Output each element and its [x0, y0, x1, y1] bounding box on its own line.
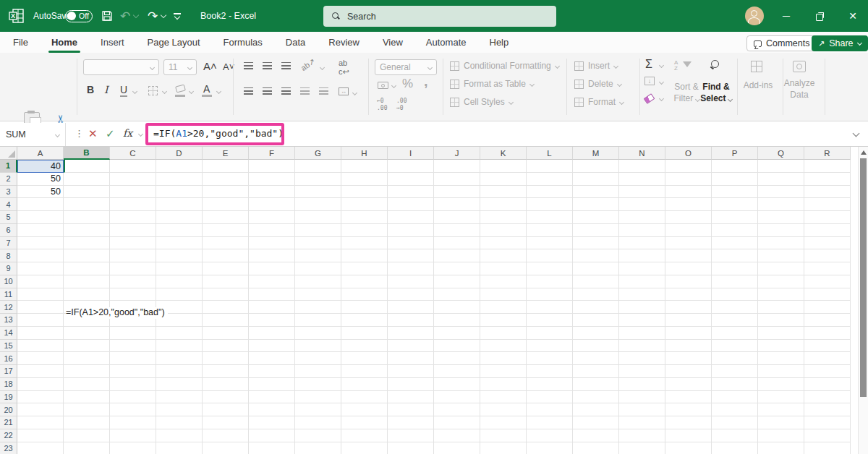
cell-A18[interactable]: [17, 378, 64, 391]
cell-F4[interactable]: [249, 198, 295, 211]
cell-P1[interactable]: [712, 160, 758, 173]
cell-H22[interactable]: [341, 429, 388, 442]
cell-P6[interactable]: [712, 224, 758, 237]
cell-R14[interactable]: [804, 327, 851, 340]
cell-F19[interactable]: [249, 391, 295, 404]
cell-J6[interactable]: [434, 224, 480, 237]
cell-M20[interactable]: [573, 403, 619, 416]
cell-R2[interactable]: [804, 173, 851, 186]
cell-J23[interactable]: [434, 442, 480, 454]
conditional-formatting-button[interactable]: Conditional Formatting: [450, 61, 559, 71]
cell-M4[interactable]: [573, 198, 619, 211]
cell-O3[interactable]: [665, 186, 712, 199]
cell-O11[interactable]: [665, 288, 712, 301]
cell-Q3[interactable]: [758, 186, 804, 199]
cell-C23[interactable]: [110, 442, 156, 454]
cell-Q7[interactable]: [758, 237, 804, 250]
cell-J19[interactable]: [434, 391, 480, 404]
cell-F3[interactable]: [249, 186, 295, 199]
cell-K22[interactable]: [480, 429, 527, 442]
cell-I12[interactable]: [388, 301, 434, 314]
column-header-M[interactable]: M: [573, 147, 619, 160]
cell-I9[interactable]: [388, 262, 434, 275]
formula-bar-handle[interactable]: ⋮: [75, 128, 84, 139]
cell-H14[interactable]: [341, 327, 388, 340]
cell-P19[interactable]: [712, 391, 758, 404]
cell-M18[interactable]: [573, 378, 619, 391]
undo-button[interactable]: ↶: [120, 0, 138, 32]
merge-center-chevron-icon[interactable]: [352, 90, 357, 95]
column-header-A[interactable]: A: [17, 147, 64, 160]
cell-B14[interactable]: [64, 327, 110, 340]
column-header-N[interactable]: N: [619, 147, 665, 160]
accounting-format-icon[interactable]: [378, 82, 388, 89]
cut-icon[interactable]: ✂: [54, 114, 67, 124]
tab-file[interactable]: File: [12, 34, 30, 51]
borders-chevron-icon[interactable]: [162, 89, 167, 94]
format-cells-button[interactable]: Format: [574, 97, 624, 107]
font-size-select[interactable]: 11: [163, 59, 197, 75]
cell-C9[interactable]: [110, 262, 156, 275]
cell-E9[interactable]: [203, 262, 249, 275]
cell-O22[interactable]: [665, 429, 712, 442]
cell-N12[interactable]: [619, 301, 665, 314]
row-header-2[interactable]: 2: [0, 173, 17, 186]
cell-K1[interactable]: [480, 160, 527, 173]
cell-N19[interactable]: [619, 391, 665, 404]
quick-access-toolbar-button[interactable]: [174, 0, 181, 32]
column-header-C[interactable]: C: [110, 147, 156, 160]
cell-F20[interactable]: [249, 403, 295, 416]
cell-O21[interactable]: [665, 416, 712, 429]
insert-function-chevron-icon[interactable]: [138, 132, 143, 137]
cell-F6[interactable]: [249, 224, 295, 237]
cell-I15[interactable]: [388, 340, 434, 353]
cell-A20[interactable]: [17, 403, 64, 416]
cell-P8[interactable]: [712, 249, 758, 262]
cell-B8[interactable]: [64, 249, 110, 262]
cell-F7[interactable]: [249, 237, 295, 250]
cell-J11[interactable]: [434, 288, 480, 301]
autosum-chevron-icon[interactable]: [659, 63, 664, 68]
cell-M16[interactable]: [573, 352, 619, 365]
cell-B17[interactable]: [64, 365, 110, 378]
fill-color-icon[interactable]: [175, 84, 186, 93]
cell-O5[interactable]: [665, 211, 712, 224]
cell-E5[interactable]: [203, 211, 249, 224]
cell-F23[interactable]: [249, 442, 295, 454]
cell-A10[interactable]: [17, 275, 64, 288]
cell-L1[interactable]: [527, 160, 573, 173]
cell-A1[interactable]: 40: [17, 160, 64, 173]
wrap-text-icon[interactable]: abc↩: [339, 59, 349, 76]
cell-G17[interactable]: [295, 365, 341, 378]
cell-H19[interactable]: [341, 391, 388, 404]
align-middle-icon[interactable]: [263, 62, 272, 69]
cell-A11[interactable]: [17, 288, 64, 301]
cell-R19[interactable]: [804, 391, 851, 404]
cell-H3[interactable]: [341, 186, 388, 199]
cell-Q9[interactable]: [758, 262, 804, 275]
cell-L19[interactable]: [527, 391, 573, 404]
cell-P17[interactable]: [712, 365, 758, 378]
cell-L22[interactable]: [527, 429, 573, 442]
cell-B22[interactable]: [64, 429, 110, 442]
cell-I23[interactable]: [388, 442, 434, 454]
cell-M19[interactable]: [573, 391, 619, 404]
cell-H4[interactable]: [341, 198, 388, 211]
cell-H17[interactable]: [341, 365, 388, 378]
cell-K17[interactable]: [480, 365, 527, 378]
cell-C20[interactable]: [110, 403, 156, 416]
cell-J8[interactable]: [434, 249, 480, 262]
cell-A9[interactable]: [17, 262, 64, 275]
cell-I11[interactable]: [388, 288, 434, 301]
cell-H1[interactable]: [341, 160, 388, 173]
cell-styles-button[interactable]: Cell Styles: [450, 97, 513, 107]
cell-H18[interactable]: [341, 378, 388, 391]
cell-O13[interactable]: [665, 314, 712, 327]
cell-E10[interactable]: [203, 275, 249, 288]
cell-G14[interactable]: [295, 327, 341, 340]
decrease-indent-icon[interactable]: [300, 87, 310, 95]
cell-D16[interactable]: [156, 352, 203, 365]
cell-F2[interactable]: [249, 173, 295, 186]
cell-N6[interactable]: [619, 224, 665, 237]
cell-P16[interactable]: [712, 352, 758, 365]
